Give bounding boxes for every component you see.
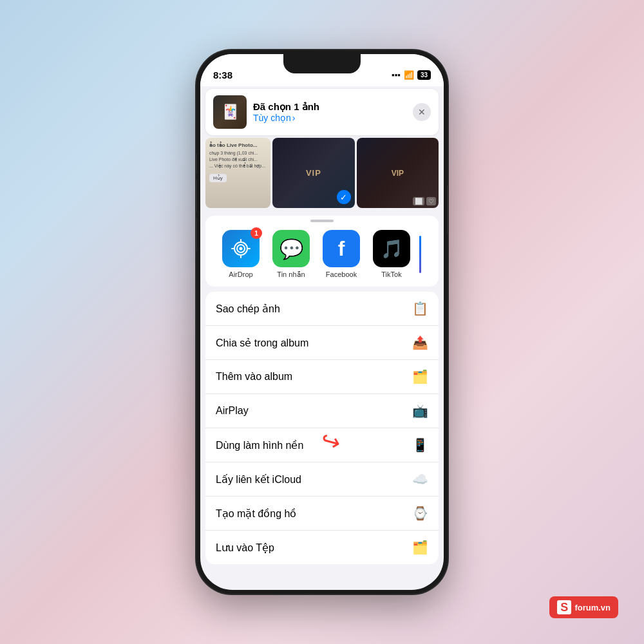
share-album-icon: 📤 (412, 335, 428, 350)
action-wallpaper[interactable]: Dùng làm hình nền ↩ 📱 (205, 428, 439, 462)
tiktok-label: TikTok (381, 270, 401, 278)
app-item-messages[interactable]: 💬 Tin nhắn (266, 230, 316, 279)
photo-strip: ảo tảo Live Photo... chụp 3 tháng (1,03 … (200, 138, 444, 212)
svg-point-2 (240, 247, 243, 251)
copy-photo-icon: 📋 (412, 301, 428, 316)
scroll-indicator (417, 230, 421, 279)
action-list: Sao chép ảnh 📋 Chia sẻ trong album 📤 Thê… (205, 292, 439, 564)
watch-face-label: Tạo mặt đồng hồ (216, 507, 296, 520)
notch (283, 54, 361, 73)
photo-item-2[interactable]: VIP ✓ (272, 138, 354, 208)
icloud-link-icon: ☁️ (412, 471, 428, 487)
action-copy-photo[interactable]: Sao chép ảnh 📋 (205, 292, 439, 326)
status-time: 8:38 (213, 70, 232, 80)
status-bar: 8:38 ▪▪▪ 📶 33 (200, 54, 444, 86)
wallpaper-label: Dùng làm hình nền (216, 439, 303, 451)
photo-checkmark: ✓ (337, 190, 351, 204)
selected-count-label: Đã chọn 1 ảnh (253, 101, 406, 113)
mute-button[interactable] (196, 153, 197, 174)
volume-down-button[interactable] (196, 218, 197, 251)
app-item-airdrop[interactable]: 1 AirDrop (216, 230, 266, 279)
photo-item-1[interactable]: ảo tảo Live Photo... chụp 3 tháng (1,03 … (205, 138, 270, 208)
action-airplay[interactable]: AirPlay 📺 (205, 394, 439, 428)
close-button[interactable]: ✕ (413, 103, 431, 121)
save-files-label: Lưu vào Tệp (216, 542, 274, 554)
phone-frame: 8:38 ▪▪▪ 📶 33 🃏 Đã chọn 1 ảnh Tùy chọn › (196, 50, 448, 594)
arrow-annotation: ↩ (318, 426, 344, 457)
facebook-label: Facebook (326, 270, 357, 278)
action-save-files[interactable]: Lưu vào Tệp 🗂️ (205, 531, 439, 564)
customize-button[interactable]: Tùy chọn › (253, 113, 295, 123)
photo-item-3[interactable]: VIP ⬜ ♡ (357, 138, 439, 208)
selection-info: Đã chọn 1 ảnh Tùy chọn › (253, 101, 406, 123)
app-item-tiktok[interactable]: 🎵 TikTok (366, 230, 417, 279)
forum-label: forum.vn (574, 603, 611, 612)
airplay-label: AirPlay (216, 405, 249, 417)
battery-icon: 33 (417, 70, 431, 80)
thumbnail: 🃏 (213, 95, 247, 129)
main-content: 8:38 ▪▪▪ 📶 33 🃏 Đã chọn 1 ảnh Tùy chọn › (200, 54, 444, 590)
wifi-icon: 📶 (404, 70, 414, 80)
add-album-label: Thêm vào album (216, 371, 292, 383)
status-icons: ▪▪▪ 📶 33 (392, 70, 431, 80)
forum-badge: S forum.vn (549, 596, 618, 618)
volume-up-button[interactable] (196, 179, 197, 213)
action-share-album[interactable]: Chia sẻ trong album 📤 (205, 326, 439, 360)
app-item-facebook[interactable]: f Facebook (316, 230, 366, 279)
airplay-icon: 📺 (412, 403, 428, 419)
signal-icon: ▪▪▪ (392, 70, 401, 80)
add-album-icon: 🗂️ (412, 369, 428, 384)
watch-face-icon: ⌚ (412, 506, 428, 521)
app-row: 1 AirDrop 💬 Tin nhắn f Facebook (205, 226, 439, 287)
icloud-link-label: Lấy liên kết iCloud (216, 473, 301, 486)
power-button[interactable] (447, 185, 448, 234)
action-watch-face[interactable]: Tạo mặt đồng hồ ⌚ (205, 497, 439, 531)
wallpaper-icon: 📱 (412, 437, 428, 453)
tiktok-app-icon: 🎵 (373, 230, 410, 267)
messages-label: Tin nhắn (277, 270, 305, 279)
airdrop-label: AirDrop (229, 270, 252, 278)
phone-screen: 8:38 ▪▪▪ 📶 33 🃏 Đã chọn 1 ảnh Tùy chọn › (200, 54, 444, 590)
facebook-app-icon: f (323, 230, 360, 267)
forum-s-icon: S (557, 600, 571, 614)
copy-photo-label: Sao chép ảnh (216, 303, 280, 315)
share-sheet-handle (205, 216, 439, 226)
action-icloud-link[interactable]: Lấy liên kết iCloud ☁️ (205, 462, 439, 497)
save-files-icon: 🗂️ (412, 540, 428, 555)
drag-handle (310, 220, 334, 222)
action-add-album[interactable]: Thêm vào album 🗂️ (205, 360, 439, 394)
share-album-label: Chia sẻ trong album (216, 337, 308, 349)
messages-app-icon: 💬 (272, 230, 310, 267)
airdrop-badge: 1 (251, 227, 262, 239)
